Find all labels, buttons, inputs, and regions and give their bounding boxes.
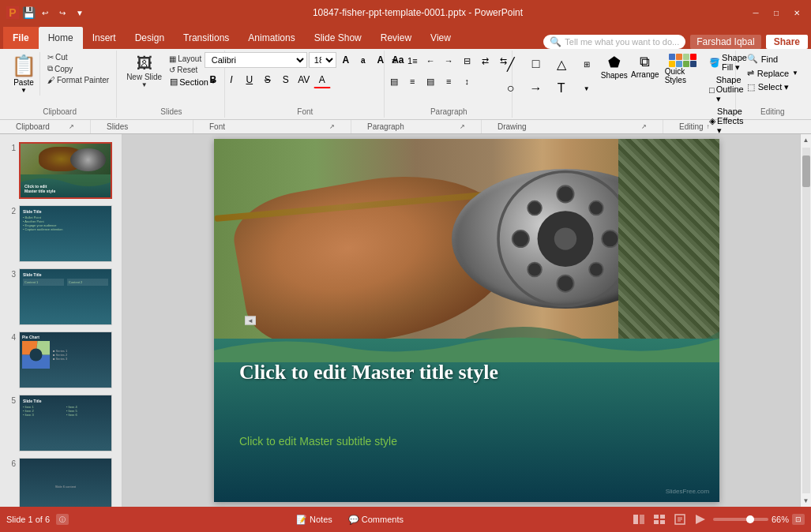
font-expand-icon[interactable]: ↗ (329, 123, 335, 130)
scroll-thumb[interactable] (802, 155, 810, 187)
text-direction-button[interactable]: ⇄ (476, 52, 494, 69)
editing-expand-icon[interactable]: ↑ (707, 123, 710, 130)
line-spacing-button[interactable]: ↕ (458, 73, 475, 90)
format-painter-button[interactable]: 🖌 Format Painter (45, 75, 111, 85)
underline-button[interactable]: U (241, 71, 258, 88)
svg-point-6 (554, 227, 576, 249)
slide-image-3[interactable]: Slide Title Content 1 Content 2 (19, 268, 112, 325)
cut-button[interactable]: ✂ Cut (45, 52, 111, 62)
shapes-more-button[interactable]: ⊞ (575, 52, 599, 76)
close-button[interactable]: ✕ (789, 5, 805, 21)
user-button[interactable]: Farshad Iqbal (690, 35, 760, 49)
slide-image-4[interactable]: Pie Chart ■ Series 1 ■ Series 2 ■ Series… (19, 332, 112, 388)
slide-thumb-2[interactable]: 2 Slide Title • Bullet Point • Another P… (3, 204, 118, 264)
tell-me-container[interactable]: 🔍 Tell me what you want to do... (543, 35, 685, 49)
slide-thumb-6[interactable]: 6 Slide 6 content (3, 456, 118, 507)
shape-line-button[interactable]: ╱ (499, 52, 523, 76)
font-name-select[interactable]: Calibri (205, 52, 307, 68)
font-color-button[interactable]: A (314, 71, 331, 88)
tab-design[interactable]: Design (126, 27, 174, 49)
copy-button[interactable]: ⧉ Copy (45, 63, 111, 74)
shape-textbox-button[interactable]: T (550, 77, 573, 100)
tab-transitions[interactable]: Transitions (174, 27, 238, 49)
slide-thumb-5[interactable]: 5 Slide Title • Item 1 • Item 2 • Item 3… (3, 393, 118, 453)
redo-button[interactable]: ↪ (54, 5, 70, 21)
shape-rect-button[interactable]: □ (524, 52, 548, 76)
scroll-down-button[interactable]: ▼ (801, 495, 811, 507)
select-button[interactable]: ⬚ Select ▾ (742, 81, 803, 94)
shapes-expand-button[interactable]: ▼ (575, 77, 599, 100)
shape-ellipse-button[interactable]: ○ (499, 77, 523, 100)
bold-button[interactable]: B (205, 71, 222, 88)
shadow-button[interactable]: S (277, 71, 295, 88)
justify-button[interactable]: ≡ (440, 73, 457, 90)
align-center-button[interactable]: ≡ (404, 73, 421, 90)
shapes-button[interactable]: ⬟ Shapes (600, 52, 629, 81)
maximize-button[interactable]: □ (768, 5, 784, 21)
font-grow-button[interactable]: A (338, 52, 354, 68)
save-button[interactable]: 💾 (22, 6, 36, 19)
panel-collapse-button[interactable]: ◄ (245, 317, 256, 325)
svg-point-14 (589, 263, 603, 277)
slide-image-5[interactable]: Slide Title • Item 1 • Item 2 • Item 3 •… (19, 395, 112, 451)
strikethrough-button[interactable]: S (259, 71, 276, 88)
arrange-button[interactable]: ⧉ Arrange (630, 52, 660, 81)
find-button[interactable]: 🔍 Find (742, 52, 803, 66)
tab-view[interactable]: View (421, 27, 460, 49)
zoom-slider[interactable] (713, 518, 768, 521)
tab-home[interactable]: Home (39, 27, 83, 49)
drawing-expand-icon[interactable]: ↗ (641, 123, 647, 130)
slide-info-icon[interactable]: ⓘ (56, 514, 69, 525)
align-right-button[interactable]: ▤ (422, 73, 439, 90)
bullets-button[interactable]: ≡ (385, 52, 403, 69)
slideshow-view-button[interactable] (693, 512, 708, 526)
comments-button[interactable]: 💬 Comments (345, 513, 407, 526)
increase-indent-button[interactable]: → (440, 52, 457, 69)
reading-view-button[interactable] (672, 512, 688, 526)
zoom-slider-thumb[interactable] (746, 515, 754, 523)
new-slide-button[interactable]: 🖼 New Slide ▼ (123, 52, 165, 90)
new-slide-dropdown[interactable]: ▼ (141, 81, 148, 88)
share-button[interactable]: Share (766, 35, 808, 49)
paragraph-expand-icon[interactable]: ↗ (460, 123, 465, 130)
shape-triangle-button[interactable]: △ (550, 52, 573, 76)
columns-button[interactable]: ⊟ (458, 52, 475, 69)
slide-thumb-3[interactable]: 3 Slide Title Content 1 Content 2 (3, 267, 118, 327)
align-left-button[interactable]: ▤ (385, 73, 403, 90)
slide-thumb-4[interactable]: 4 Pie Chart ■ Series 1 ■ Series 2 (3, 330, 118, 390)
shape-fill-icon: 🪣 (709, 58, 720, 68)
fit-slide-button[interactable]: ⊡ (792, 514, 805, 525)
clipboard-expand-icon[interactable]: ↗ (69, 123, 74, 130)
tab-file[interactable]: File (3, 27, 39, 49)
paste-dropdown-icon[interactable]: ▼ (21, 87, 27, 94)
font-size-select[interactable]: 18 (309, 52, 336, 68)
paste-button[interactable]: 📋 Paste ▼ (8, 52, 40, 96)
tab-review[interactable]: Review (371, 27, 421, 49)
undo-button[interactable]: ↩ (37, 5, 53, 21)
tab-animations[interactable]: Animations (238, 27, 304, 49)
replace-dropdown[interactable]: ▼ (792, 69, 798, 77)
tab-insert[interactable]: Insert (83, 27, 126, 49)
replace-button[interactable]: ⇌ Replace ▼ (742, 66, 803, 80)
slide-image-2[interactable]: Slide Title • Bullet Point • Another Poi… (19, 205, 112, 262)
scroll-up-button[interactable]: ▲ (801, 134, 811, 146)
vertical-scrollbar[interactable]: ▲ ▼ (800, 134, 811, 507)
char-spacing-button[interactable]: AV (295, 71, 313, 88)
numbering-button[interactable]: 1≡ (404, 52, 421, 69)
slide-thumb-1[interactable]: 1 Click to editMaster title style (3, 140, 118, 200)
shape-arrow-button[interactable]: → (524, 77, 548, 100)
slide-image-1[interactable]: Click to editMaster title style (19, 142, 112, 199)
quick-styles-button[interactable]: Quick Styles (662, 52, 704, 86)
tab-slideshow[interactable]: Slide Show (305, 27, 371, 49)
svg-rect-16 (640, 515, 644, 524)
slide-image-6[interactable]: Slide 6 content (19, 458, 112, 507)
customize-button[interactable]: ▼ (72, 5, 88, 21)
decrease-indent-button[interactable]: ← (422, 52, 439, 69)
normal-view-button[interactable] (631, 512, 647, 526)
slide-sorter-button[interactable] (651, 512, 667, 526)
slide-panel[interactable]: 1 Click to editMaster title style 2 (0, 134, 122, 507)
minimize-button[interactable]: ─ (748, 5, 764, 21)
italic-button[interactable]: I (223, 71, 240, 88)
font-shrink-button[interactable]: a (355, 52, 371, 68)
notes-button[interactable]: 📝 Notes (293, 513, 336, 526)
